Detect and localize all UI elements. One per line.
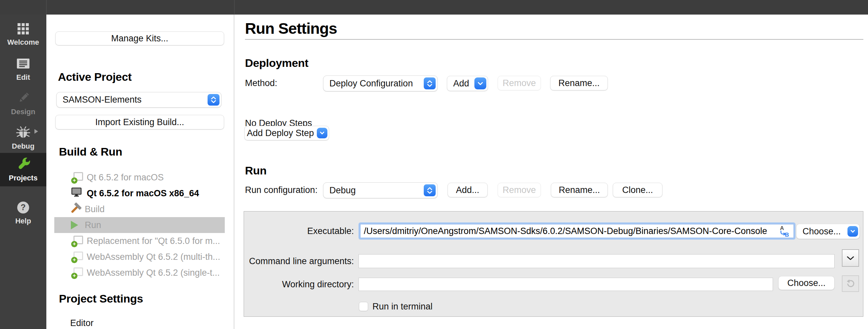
command-line-dropdown-button[interactable] xyxy=(842,249,859,267)
titlebar-separator xyxy=(234,0,235,14)
kit-label: Build xyxy=(85,204,104,215)
kit-label: Run xyxy=(85,220,101,230)
remove-deploy-config-button: Remove xyxy=(498,76,541,90)
command-line-arguments-input[interactable] xyxy=(359,254,835,268)
kit-label: WebAssembly Qt 6.5.2 (multi-th... xyxy=(87,252,220,262)
play-icon xyxy=(69,219,82,232)
sidebar-item-debug[interactable]: Debug xyxy=(0,125,46,150)
manage-kits-button[interactable]: Manage Kits... xyxy=(55,31,224,45)
titlebar xyxy=(0,0,868,14)
add-deploy-step-button[interactable]: Add Deploy Step xyxy=(244,126,329,140)
run-header: Run xyxy=(245,164,267,177)
updown-stepper-icon xyxy=(424,184,436,196)
run-in-terminal-label: Run in terminal xyxy=(372,302,433,311)
deployment-header: Deployment xyxy=(245,56,309,69)
run-in-terminal-checkbox[interactable] xyxy=(359,302,368,311)
add-deploy-step-label: Add Deploy Step xyxy=(245,128,329,138)
executable-label: Executable: xyxy=(247,226,354,236)
kit-row[interactable]: Qt 6.5.2 for macOS xyxy=(54,169,241,185)
command-line-arguments-label: Command line arguments: xyxy=(247,257,354,266)
kit-run-row-selected[interactable]: Run xyxy=(54,217,225,233)
chevron-down-icon[interactable] xyxy=(317,128,328,138)
deploy-method-value: Deploy Configuration xyxy=(323,78,413,89)
kit-add-icon xyxy=(71,250,84,263)
add-run-config-button[interactable]: Add... xyxy=(447,183,488,197)
sidebar-item-welcome[interactable]: Welcome xyxy=(0,21,46,46)
kit-add-icon xyxy=(71,171,84,184)
qt-creator-window: Welcome Edit xyxy=(0,0,868,329)
sidebar-item-label: Design xyxy=(0,108,46,116)
kit-row[interactable]: WebAssembly Qt 6.5.2 (multi-th... xyxy=(54,249,241,265)
kit-label: Qt 6.5.2 for macOS xyxy=(87,172,164,183)
run-settings-page: Run Settings Deployment Method: Deploy C… xyxy=(235,14,868,329)
run-configuration-value: Debug xyxy=(323,185,356,196)
chevron-down-icon[interactable] xyxy=(847,226,858,237)
svg-text:B: B xyxy=(785,232,789,238)
clone-run-config-button[interactable]: Clone... xyxy=(613,183,662,197)
run-configuration-panel: Executable: A B Choose... C xyxy=(244,211,863,317)
run-configuration-label: Run configuration: xyxy=(245,183,317,198)
kit-label: WebAssembly Qt 6.5.2 (single-t... xyxy=(87,268,220,278)
sidebar-item-label: Debug xyxy=(0,142,46,150)
build-and-run-header: Build & Run xyxy=(59,145,122,158)
reset-icon xyxy=(845,279,856,289)
run-configuration-select[interactable]: Debug xyxy=(323,183,438,198)
updown-stepper-icon xyxy=(208,94,219,106)
chevron-down-icon xyxy=(847,256,854,260)
active-project-value: SAMSON-Elements xyxy=(57,95,142,105)
sidebar-item-projects[interactable]: Projects xyxy=(0,157,46,182)
mode-sidebar: Welcome Edit xyxy=(0,14,46,329)
hammer-icon xyxy=(69,203,82,216)
kit-add-icon xyxy=(71,266,84,279)
monitor-icon xyxy=(71,187,84,200)
working-directory-label: Working directory: xyxy=(247,280,354,289)
active-project-header: Active Project xyxy=(58,70,132,84)
title-divider xyxy=(245,39,863,40)
sidebar-item-design: Design xyxy=(0,91,46,116)
kit-row-active[interactable]: Qt 6.5.2 for macOS x86_64 xyxy=(54,185,241,201)
working-directory-input[interactable] xyxy=(359,278,773,291)
method-label: Method: xyxy=(245,75,277,91)
project-settings-header: Project Settings xyxy=(59,292,143,305)
active-project-select[interactable]: SAMSON-Elements xyxy=(56,92,221,107)
rename-run-config-button[interactable]: Rename... xyxy=(551,183,608,197)
kit-row[interactable]: Replacement for "Qt 6.5.0 for m... xyxy=(54,233,241,249)
working-directory-choose-button[interactable]: Choose... xyxy=(778,276,835,290)
sidebar-item-label: Help xyxy=(0,217,46,225)
executable-choose-button[interactable]: Choose... xyxy=(796,224,860,239)
add-deploy-config-button[interactable]: Add xyxy=(447,76,488,91)
deploy-method-select[interactable]: Deploy Configuration xyxy=(323,75,438,91)
chevron-down-icon[interactable] xyxy=(474,77,486,89)
debug-submenu-arrow-icon[interactable] xyxy=(34,129,38,134)
import-existing-build-button[interactable]: Import Existing Build... xyxy=(55,115,224,129)
remove-run-config-button: Remove xyxy=(498,183,541,197)
variables-icon[interactable]: A B xyxy=(778,225,789,238)
document-icon xyxy=(0,56,46,71)
sidebar-item-edit[interactable]: Edit xyxy=(0,56,46,81)
sidebar-item-label: Edit xyxy=(0,73,46,81)
rename-deploy-config-button[interactable]: Rename... xyxy=(550,76,608,90)
pencil-icon xyxy=(0,91,46,106)
reset-working-directory-button xyxy=(842,275,859,292)
kit-label: Replacement for "Qt 6.5.0 for m... xyxy=(87,236,220,246)
updown-stepper-icon xyxy=(424,77,436,89)
sidebar-item-label: Welcome xyxy=(0,38,46,46)
project-settings-item-editor[interactable]: Editor xyxy=(70,319,94,328)
bug-icon xyxy=(0,125,46,140)
page-title: Run Settings xyxy=(245,20,337,37)
sidebar-item-help[interactable]: Help xyxy=(0,200,46,225)
titlebar-separator xyxy=(46,0,47,14)
grid-icon xyxy=(0,21,46,36)
kit-row[interactable]: WebAssembly Qt 6.5.2 (single-t... xyxy=(54,265,241,281)
sidebar-item-label: Projects xyxy=(0,174,46,182)
executable-input[interactable] xyxy=(360,224,794,238)
kit-label: Qt 6.5.2 for macOS x86_64 xyxy=(87,188,199,199)
svg-text:A: A xyxy=(780,225,784,231)
kit-build-row[interactable]: Build xyxy=(54,201,225,217)
sidebar-item-projects-active[interactable]: Projects xyxy=(0,153,46,186)
project-selector-panel: Manage Kits... Active Project SAMSON-Ele… xyxy=(46,14,235,329)
wrench-icon xyxy=(0,157,46,172)
question-icon xyxy=(0,200,46,215)
executable-field-focus-ring: A B xyxy=(359,223,796,240)
kit-add-icon xyxy=(71,234,84,248)
